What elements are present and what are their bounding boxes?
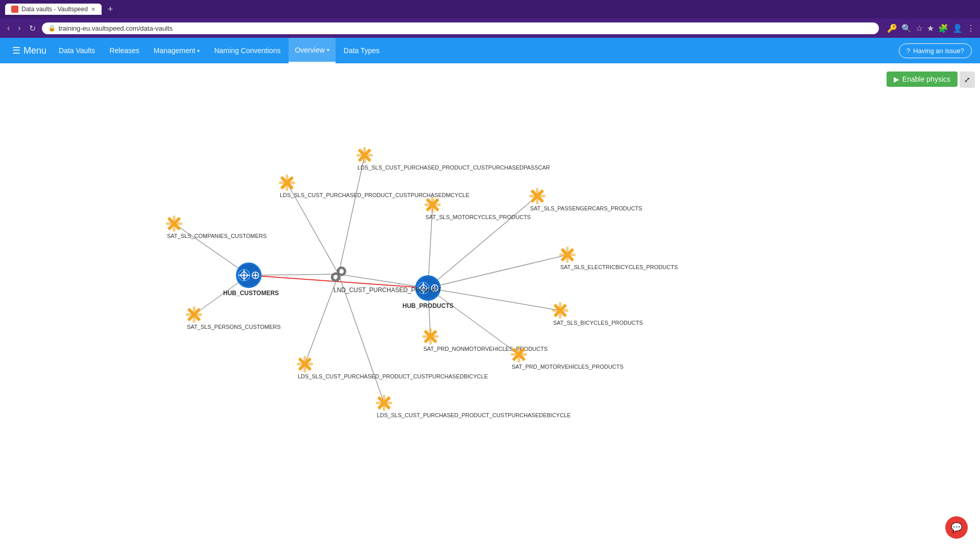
sat-node-sat7[interactable]	[551, 301, 569, 320]
hamburger-icon: ☰	[12, 45, 20, 56]
app-navbar: ☰ Menu Data Vaults Releases Management ▾…	[0, 38, 980, 63]
sat-node-sat2[interactable]	[278, 174, 296, 192]
nav-data-vaults-label: Data Vaults	[59, 46, 95, 55]
browser-chrome: Data vaults - Vaultspeed ✕ +	[0, 0, 980, 18]
link-node[interactable]	[328, 264, 349, 286]
expand-button[interactable]: ⤢	[960, 71, 975, 88]
graph-container: HUB_CUSTOMERS HUB_PRODUCTS LND_CUST_PURC…	[0, 63, 980, 551]
sat-node-sat12[interactable]	[185, 305, 203, 324]
extensions-icon[interactable]: 🧩	[938, 23, 948, 33]
svg-point-78	[517, 352, 521, 356]
main-content: ▶ Enable physics ⤢ HUB_CUSTOMERS HUB_PRO…	[0, 63, 980, 551]
sat-label-sat5: SAT_SLS_COMPANIES_CUSTOMERS	[167, 233, 267, 239]
nav-management-label: Management	[154, 46, 196, 55]
management-dropdown-arrow: ▾	[197, 48, 200, 54]
svg-point-68	[558, 308, 562, 313]
enable-physics-label: Enable physics	[902, 75, 950, 83]
hub-label-products: HUB_PRODUCTS	[402, 302, 453, 309]
hub-label-customers: HUB_CUSTOMERS	[223, 290, 274, 297]
svg-point-38	[363, 153, 367, 157]
sat-label-sat11: LDS_SLS_CUST_PURCHASED_PRODUCT_CUSTPURCH…	[377, 412, 571, 418]
sat-label-sat8: SAT_PRD_NONMOTORVEHICLES_PRODUCTS	[423, 346, 547, 352]
sat-node-sat11[interactable]	[375, 394, 393, 412]
nav-naming-conventions[interactable]: Naming Conventions	[208, 38, 286, 63]
svg-point-73	[428, 334, 433, 339]
menu-label: Menu	[23, 45, 46, 56]
svg-point-93	[192, 313, 196, 317]
sat-node-sat10[interactable]	[296, 355, 314, 373]
sat-node-sat4[interactable]	[528, 187, 546, 205]
forward-button[interactable]: ›	[16, 22, 22, 34]
svg-point-63	[565, 253, 569, 257]
bookmark-icon[interactable]: ☆	[916, 23, 923, 33]
browser-nav: ‹ › ↻ 🔒 training-eu.vaultspeed.com/data-…	[0, 18, 980, 38]
password-icon[interactable]: 🔑	[887, 23, 897, 33]
nav-data-types-label: Data Types	[344, 46, 380, 55]
svg-point-53	[535, 194, 539, 198]
enable-physics-button[interactable]: ▶ Enable physics	[887, 71, 958, 87]
svg-point-48	[431, 203, 435, 207]
nav-overview[interactable]: Overview ▾	[289, 38, 335, 63]
lock-icon: 🔒	[48, 25, 56, 32]
sat-node-sat1[interactable]	[355, 146, 374, 164]
sat-label-sat4: SAT_SLS_PASSENGERCARS_PRODUCTS	[530, 205, 642, 211]
sat-label-sat12: SAT_SLS_PERSONS_CUSTOMERS	[187, 324, 281, 330]
chat-icon: 💬	[951, 522, 962, 533]
star-icon[interactable]: ★	[927, 23, 934, 33]
new-tab-button[interactable]: +	[108, 4, 113, 15]
address-bar[interactable]: 🔒 training-eu.vaultspeed.com/data-vaults	[42, 22, 879, 34]
sat-node-sat9[interactable]	[510, 345, 528, 364]
sat-node-sat6[interactable]	[558, 246, 577, 264]
tab-close-button[interactable]: ✕	[91, 6, 95, 13]
having-issue-button[interactable]: ? Having an issue?	[899, 43, 972, 58]
issue-label: Having an issue?	[913, 47, 964, 55]
hub-node-customers[interactable]	[236, 262, 261, 288]
sat-label-sat3: SAT_SLS_MOTORCYCLES_PRODUCTS	[425, 214, 531, 220]
sat-node-sat5[interactable]	[165, 214, 183, 233]
sat-label-sat1: LDS_SLS_CUST_PURCHASED_PRODUCT_CUSTPURCH…	[357, 164, 550, 171]
nav-management[interactable]: Management ▾	[148, 38, 206, 63]
issue-icon: ?	[906, 47, 910, 55]
svg-point-18	[243, 274, 245, 276]
browser-tab[interactable]: Data vaults - Vaultspeed ✕	[5, 4, 102, 15]
expand-icon: ⤢	[964, 76, 970, 84]
browser-actions: 🔑 🔍 ☆ ★ 🧩 👤 ⋮	[887, 23, 975, 33]
chat-button[interactable]: 💬	[945, 516, 968, 539]
url-text: training-eu.vaultspeed.com/data-vaults	[59, 25, 173, 32]
profile-icon[interactable]: 👤	[952, 23, 963, 33]
nav-naming-conventions-label: Naming Conventions	[214, 46, 280, 55]
tab-favicon	[11, 6, 18, 13]
svg-point-43	[285, 181, 289, 185]
nav-data-types[interactable]: Data Types	[338, 38, 386, 63]
sat-label-sat6: SAT_SLS_ELECTRICBICYCLES_PRODUCTS	[560, 264, 678, 270]
svg-point-88	[382, 401, 386, 405]
sat-label-sat9: SAT_PRD_MOTORVEHICLES_PRODUCTS	[512, 364, 624, 370]
sat-node-sat8[interactable]	[421, 327, 440, 346]
svg-point-58	[172, 222, 176, 226]
menu-dots-icon[interactable]: ⋮	[967, 23, 975, 33]
sat-label-sat7: SAT_SLS_BICYCLES_PRODUCTS	[553, 320, 643, 326]
sat-label-sat10: LDS_SLS_CUST_PURCHASED_PRODUCT_CUSTPURCH…	[298, 373, 488, 379]
tab-title: Data vaults - Vaultspeed	[21, 6, 88, 13]
nav-releases[interactable]: Releases	[103, 38, 145, 63]
nav-data-vaults[interactable]: Data Vaults	[53, 38, 101, 63]
refresh-button[interactable]: ↻	[27, 22, 38, 34]
nav-overview-label: Overview	[295, 46, 324, 54]
link-label: LND_CUST_PURCHASED_PRODUCT	[333, 286, 441, 294]
play-icon: ▶	[894, 75, 899, 83]
nav-releases-label: Releases	[109, 46, 139, 55]
search-icon[interactable]: 🔍	[901, 23, 912, 33]
sat-node-sat3[interactable]	[423, 196, 442, 214]
svg-point-83	[303, 362, 307, 366]
back-button[interactable]: ‹	[5, 22, 12, 34]
menu-button[interactable]: ☰ Menu	[8, 41, 51, 60]
overview-dropdown-arrow: ▾	[327, 47, 329, 53]
